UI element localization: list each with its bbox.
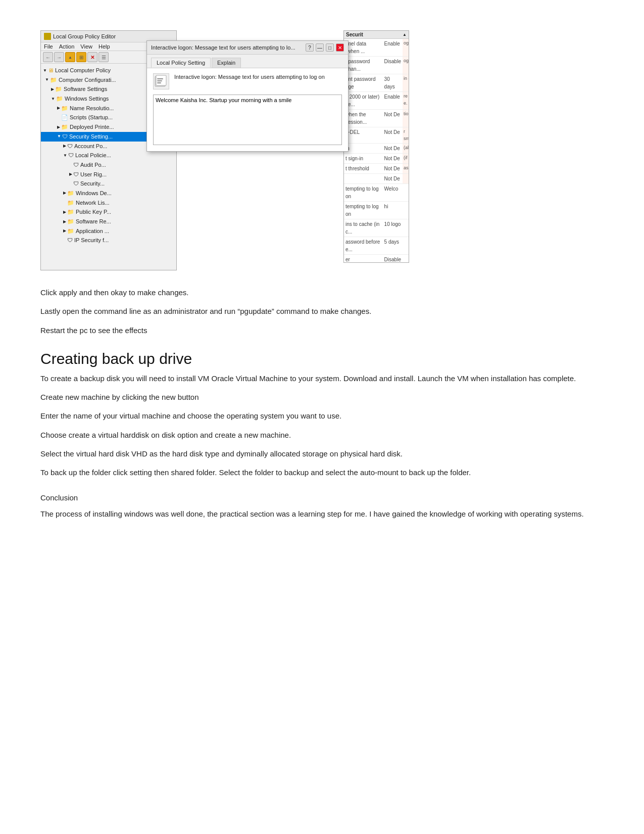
folder-icon-nl: 📁 [67,198,74,208]
tree-win-label: Windows Settings [65,94,109,104]
tree-ap-label: Account Po... [74,142,107,151]
folder-icon-win: 📁 [56,94,63,104]
right-panel: Securit ▲ hnel data (when ...Enableog o … [343,30,409,263]
dialog-title: Interactive logon: Message text for user… [151,44,295,51]
dialog-min-btn[interactable]: — [316,43,324,52]
chevron-ss: ▼ [57,133,61,140]
tree-application[interactable]: ▶ 📁 Application ... [41,226,176,236]
tree-public-key[interactable]: ▶ 📁 Public Key P... [41,207,176,217]
tb-forward[interactable]: → [54,52,64,62]
tree-nl-label: Network Lis... [76,198,110,208]
table-row: t password chan...Disableog o [344,57,409,74]
dialog-max-btn[interactable]: □ [326,43,334,52]
tb-icon1[interactable]: ⊞ [76,52,86,62]
instruction-step2: Lastly open the command line as an admin… [40,305,604,317]
instruction-step3: Restart the pc to see the effects [40,325,604,336]
chevron-sw: ▶ [51,86,54,93]
tree-comp-label: Computer Configurati... [59,75,116,85]
table-row: f+DELNot Der sm. [344,127,409,144]
instruction-step1: Click apply and then okay to make change… [40,287,604,298]
dialog-tab-explain[interactable]: Explain [212,58,241,68]
folder-icon-auditpo: 🛡 [73,160,79,170]
tb-back[interactable]: ← [43,52,53,62]
table-row: Not De [344,174,409,184]
tree-wd-label: Windows De... [76,189,112,198]
policy-icon [153,73,169,89]
dialog-tab-local-policy[interactable]: Local Policy Setting [151,58,211,68]
screenshot-area: Local Group Policy Editor File Action Vi… [40,30,409,270]
menu-file[interactable]: File [44,43,53,50]
tb-up[interactable]: ▲ [65,52,75,62]
tree-ip-security[interactable]: ▶ 🛡 IP Security f... [41,236,176,245]
svg-rect-3 [157,80,162,81]
chevron-sr: ▶ [63,218,66,225]
section-heading: Creating back up drive [40,350,604,367]
dialog-tabs: Local Policy Setting Explain [147,55,348,68]
folder-icon-sr: 📁 [67,217,74,226]
gpe-title-text: Local Group Policy Editor [53,33,116,39]
folder-icon-so: 🛡 [73,179,79,189]
chevron-ap: ▶ [63,143,66,150]
table-row: t sign-inNot De(if ... [344,154,409,164]
folder-icon-pk: 📁 [67,207,74,217]
table-row: assword before e...5 days [344,237,409,255]
folder-icon-dp: 📁 [61,122,68,132]
right-panel-table: hnel data (when ...Enableog o t password… [344,39,409,263]
table-row: t thresholdNot Deas.) [344,164,409,174]
chevron-lp: ▼ [63,152,67,159]
chevron-pk: ▶ [63,209,66,216]
tree-user-rights[interactable]: ▶ 🛡 User Rig... [41,170,176,179]
table-row: tempting to log onhi [344,202,409,219]
dialog-textarea[interactable]: Welcome Kaisha Inc. Startup your morning… [153,95,342,145]
tree-ac-label: Application ... [76,226,109,236]
right-panel-header: Securit [346,32,363,37]
table-row: inNot De(al... [344,144,409,154]
tree-nr-label: Name Resolutio... [70,104,114,113]
menu-action[interactable]: Action [59,43,75,50]
chevron-nr: ▶ [57,105,60,112]
backup-para-6: To back up the folder click setting then… [40,467,604,478]
table-row: hnel data (when ...Enableog o [344,39,409,57]
instructions-section: Click apply and then okay to make change… [40,287,604,336]
backup-para-2: Create new machine by clicking the new b… [40,391,604,403]
menu-view[interactable]: View [80,43,92,50]
table-row: unt password age30 daysin c. [344,74,409,92]
conclusion-text: The process of installing windows was we… [40,508,604,520]
tb-delete[interactable]: ✕ [87,52,97,62]
tree-ur-label: User Rig... [80,170,107,179]
folder-icon-comp: 📁 [50,75,57,85]
tree-audit-policy[interactable]: ▶ 🛡 Audit Po... [41,160,176,170]
tree-local-policies[interactable]: ▼ 🛡 Local Policie... [41,151,176,160]
dialog-close-btn[interactable]: ✕ [336,43,344,52]
tree-sr-label: Software Re... [76,217,111,226]
tree-sc-label: Scripts (Startup... [70,113,113,122]
menu-help[interactable]: Help [98,43,110,50]
tb-properties[interactable]: ☰ [98,52,109,62]
tree-local-policy: Local Computer Policy [55,66,111,75]
dialog-controls: ? — □ ✕ [306,43,344,52]
tree-security-options[interactable]: ▶ 🛡 Security... [41,179,176,189]
folder-icon-wd: 📁 [67,189,74,198]
table-row: er authentication...Disable [344,255,409,263]
dialog-titlebar: Interactive logon: Message text for user… [147,41,348,55]
tree-windows-defender[interactable]: ▶ 📁 Windows De... [41,189,176,198]
backup-para-4: Choose create a virtual harddisk on disk… [40,429,604,441]
table-row: s 2000 or later) se...Enablere e. [344,92,409,110]
tree-audit-label: Audit Po... [80,160,106,170]
folder-icon-sw: 📁 [55,84,62,94]
table-row: when the session...Not Detion. [344,110,409,127]
backup-paragraphs: To create a backup disk you will need to… [40,373,604,479]
tree-network-list[interactable]: ▶ 📁 Network Lis... [41,198,176,208]
tree-so-label: Security... [80,179,105,189]
folder-icon-ss: 🛡 [62,132,68,142]
backup-para-5: Select the virtual hard disk VHD as the … [40,448,604,459]
chevron-win: ▼ [51,96,55,103]
tree-ss-label: Security Setting... [69,132,113,142]
dialog-help-btn[interactable]: ? [306,43,314,52]
backup-section: Creating back up drive To create a backu… [40,350,604,479]
tree-sw-label: Software Settings [64,84,107,94]
tree-software-restriction[interactable]: ▶ 📁 Software Re... [41,217,176,226]
tree-pk-label: Public Key P... [76,207,111,217]
tree-lp-label: Local Policie... [75,151,111,160]
chevron-comp: ▼ [45,76,49,83]
